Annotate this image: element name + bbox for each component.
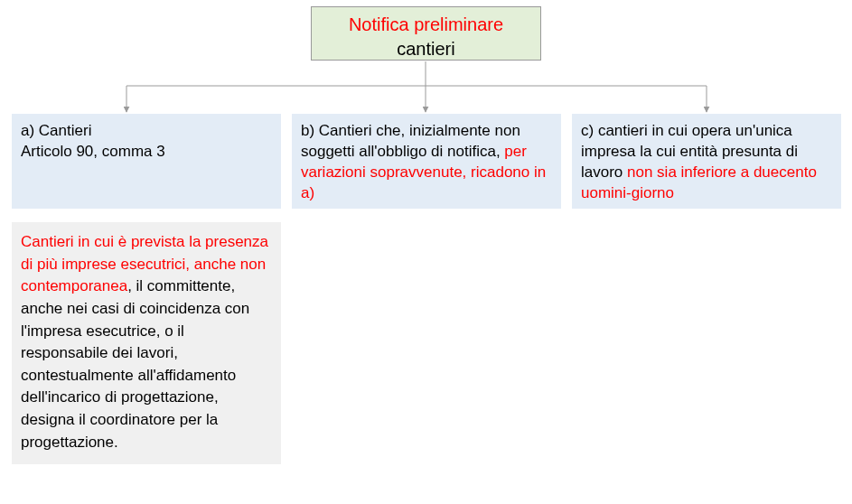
child-b-prefix: b) Cantieri che, inizialmente non sogget… — [301, 122, 520, 160]
detail-box: Cantieri in cui è prevista la presenza d… — [12, 222, 281, 464]
child-a-line2: Articolo 90, comma 3 — [21, 143, 165, 160]
child-node-a: a) Cantieri Articolo 90, comma 3 — [12, 114, 281, 209]
child-node-c: c) cantieri in cui opera un'unica impres… — [572, 114, 841, 209]
root-node: Notifica preliminare cantieri — [311, 6, 541, 61]
child-node-b: b) Cantieri che, inizialmente non sogget… — [292, 114, 561, 209]
child-a-line1: a) Cantieri — [21, 122, 91, 139]
root-title: Notifica preliminare — [349, 14, 503, 34]
root-subtitle: cantieri — [397, 39, 454, 59]
detail-rest: , il committente, anche nei casi di coin… — [21, 277, 249, 450]
